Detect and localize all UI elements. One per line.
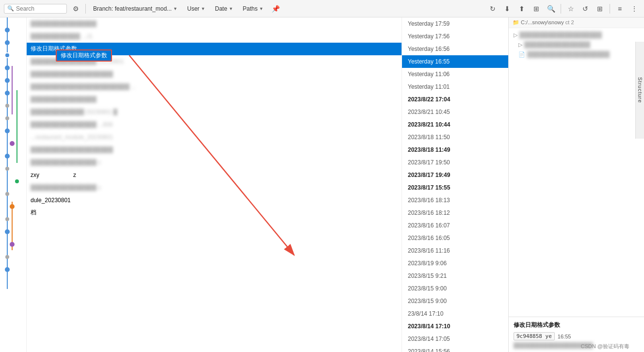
svg-point-11 [5,116,9,120]
graph-area [0,17,27,352]
commit-row[interactable]: ...restaurant_module_20230801 [27,131,402,144]
commit-row[interactable]: ████████████████ [27,93,402,106]
date-row[interactable]: 2023/8/17 15:55 [402,181,508,194]
date-filter[interactable]: Date ▼ [211,4,236,14]
commit-hash-row: 9c948858 ye 16:55 [514,332,639,340]
date-row[interactable]: Yesterday 16:56 [402,43,508,55]
date-row[interactable]: Yesterday 11:06 [402,68,508,80]
pin-icon[interactable]: 📌 [270,3,281,15]
svg-point-20 [5,229,10,234]
date-row[interactable]: 2023/8/14 17:10 [402,320,508,333]
separator-1 [85,4,86,14]
date-row[interactable]: 2023/8/15 9:21 [402,270,508,282]
paths-dropdown-arrow: ▼ [259,6,263,11]
date-row[interactable]: 2023/8/16 16:05 [402,232,508,244]
commit-row[interactable]: ████████████████ z [27,156,402,169]
commit-row[interactable]: ████████████████████ [27,68,402,80]
search-input[interactable] [16,5,64,12]
svg-point-9 [5,91,10,96]
svg-point-17 [5,192,9,196]
commit-row[interactable]: ████████████████████ [27,144,402,156]
svg-point-14 [5,154,10,159]
date-dropdown-arrow: ▼ [229,6,233,11]
user-filter[interactable]: User ▼ [184,4,209,14]
undo-icon[interactable]: ↺ [580,3,591,15]
commit-row[interactable]: dule_20230801 [27,194,402,207]
svg-point-4 [5,28,10,32]
structure-label: Structure [637,77,643,103]
date-row[interactable]: 2023/8/14 17:05 [402,333,508,345]
grid-icon[interactable]: ⊞ [594,3,606,15]
tree-item[interactable]: ▷ ████████████████ [509,40,644,49]
menu-icon[interactable]: ≡ [614,3,626,15]
date-row[interactable]: Yesterday 17:56 [402,30,508,43]
date-row[interactable]: 2023/8/15 9:00 [402,282,508,295]
commit-graph-svg [0,17,27,289]
date-row[interactable]: 2023/8/17 19:49 [402,169,508,181]
tree-item[interactable]: 📄 ████████████████████ [509,49,644,59]
date-row[interactable]: 23/8/14 17:10 [402,307,508,320]
watermark-text: CSDN @验证码有毒 [581,343,629,349]
separator-2 [561,4,561,14]
star-icon[interactable]: ☆ [565,3,577,15]
toolbar: 🔍 ⚙ Branch: feat/restaurant_mod... ▼ Use… [0,0,644,17]
commit-row[interactable]: ████████████████ ...808 [27,118,402,131]
more-icon[interactable]: ⋮ [628,3,640,15]
graph-layout-icon[interactable]: ⊞ [531,3,542,15]
commit-message: ████████████████████████ ... [31,83,398,90]
date-row[interactable]: 2023/8/19 9:06 [402,257,508,270]
fetch-icon[interactable]: ⬇ [501,3,513,15]
date-row[interactable]: 2023/8/17 19:50 [402,156,508,169]
commit-message: ████████████████████ [31,146,398,153]
date-row[interactable]: 2023/8/14 15:56 [402,345,508,352]
commit-row[interactable]: ████████████ ...J1 [27,30,402,43]
svg-point-21 [10,242,15,247]
commit-row[interactable]: ████████████████ [27,17,402,30]
commit-message: dule_20230801 [31,197,398,204]
date-row[interactable]: 2023/8/18 11:50 [402,131,508,144]
tree-item[interactable]: ▷ ████████████████████ [509,30,644,40]
date-row[interactable]: 2023/8/16 11:16 [402,244,508,257]
app-container: 🔍 ⚙ Branch: feat/restaurant_mod... ▼ Use… [0,0,644,352]
commit-row[interactable]: █████████████ 20230801 █ [27,106,402,118]
refresh-icon[interactable]: ↻ [487,3,499,15]
branch-selector[interactable]: Branch: feat/restaurant_mod... ▼ [90,4,181,14]
commit-row[interactable]: ████████████████ z [27,181,402,194]
search-box[interactable]: 🔍 [4,4,67,14]
commit-message: █████████████ 20230801 █ [31,109,398,115]
date-row[interactable]: 2023/8/21 10:44 [402,118,508,131]
svg-point-16 [15,179,19,183]
date-row[interactable]: 2023/8/15 9:00 [402,295,508,307]
selected-commit-highlight: 修改日期格式参数 [56,49,112,62]
commit-row[interactable]: ████████████████████████ ... [27,80,402,93]
date-row[interactable]: Yesterday 11:01 [402,80,508,93]
commit-message: 档 [31,208,398,217]
commit-row[interactable]: zxy z [27,169,402,181]
commit-detail-time: 16:55 [558,334,571,339]
file-icon: 📄 [518,51,525,58]
commit-message: ████████████████ ...808 [31,121,398,128]
date-row[interactable]: 2023/8/21 10:45 [402,106,508,118]
date-row[interactable]: Yesterday 17:59 [402,17,508,30]
branch-label: Branch: feat/restaurant_mod... [93,5,172,12]
date-row[interactable]: 2023/8/16 18:12 [402,207,508,219]
commit-list[interactable]: ████████████████ ████████████ ...J1 修改日期… [27,17,402,352]
date-row[interactable]: 2023/8/16 16:07 [402,219,508,232]
paths-filter[interactable]: Paths ▼ [240,4,267,14]
search-commits-icon[interactable]: 🔍 [545,3,557,15]
date-row[interactable]: 2023/8/22 17:04 [402,93,508,106]
structure-tab[interactable]: Structure [635,42,644,139]
commit-message: zxy z [31,172,398,178]
date-row[interactable]: 2023/8/16 18:13 [402,194,508,207]
date-label: Date [215,5,227,12]
tree-item-label: ████████████████████ [527,51,610,58]
svg-point-23 [5,267,10,272]
date-row-selected[interactable]: Yesterday 16:55 [402,55,508,68]
user-label: User [187,5,199,12]
branch-dropdown-arrow: ▼ [173,6,177,11]
commit-row[interactable]: 档 [27,207,402,219]
settings-icon[interactable]: ⚙ [70,3,81,15]
push-icon[interactable]: ⬆ [516,3,528,15]
commit-list-area: 修改日期格式参数 ████████████████ ████████████ .… [27,17,402,352]
date-row[interactable]: 2023/8/18 11:49 [402,144,508,156]
